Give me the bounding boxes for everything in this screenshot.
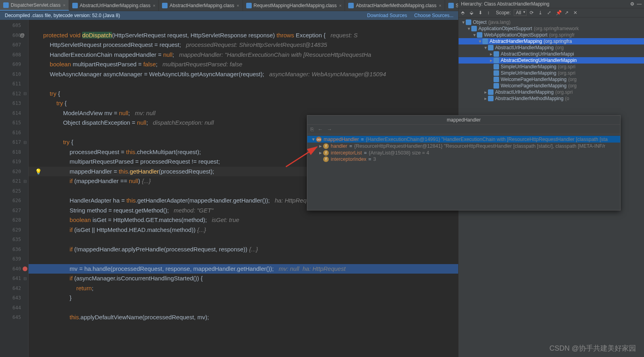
code-line[interactable]: return; (29, 284, 458, 293)
choose-sources-link[interactable]: Choose Sources... (414, 13, 453, 18)
code-line[interactable] (29, 79, 458, 89)
debug-evaluate-popup[interactable]: mappedHandler ⎘ ← → ▾oomappedHandler={Ha… (307, 115, 621, 210)
fold-icon[interactable]: ⊟ (23, 276, 27, 281)
code-line[interactable]: boolean isGet = HttpMethod.GET.matches(m… (29, 215, 458, 225)
download-sources-link[interactable]: Download Sources (367, 13, 407, 18)
line-number[interactable]: 639 (0, 254, 28, 264)
hierarchy-tree-item[interactable]: WelcomePageHandlerMapping(org (459, 76, 644, 83)
code-line[interactable]: } (29, 293, 458, 303)
hierarchy-tree-item[interactable]: ▸AbstractHandlerMethodMapping(o (459, 95, 644, 102)
debug-variable-row[interactable]: ▸finterceptorList={ArrayList@15038} size… (307, 149, 620, 156)
code-line[interactable]: try { (29, 98, 458, 108)
fold-icon[interactable]: ⊟ (23, 91, 27, 96)
minimize-icon[interactable]: — (637, 1, 642, 7)
line-number[interactable]: 628 (0, 215, 28, 225)
line-number[interactable]: 627 (0, 206, 28, 216)
hierarchy-tree-item[interactable]: ▸AbstractDetectingUrlHandlerMappi (459, 51, 644, 57)
close-icon[interactable]: × (63, 3, 65, 8)
hierarchy-tree[interactable]: ▾Object(java.lang)▾ApplicationObjectSupp… (459, 17, 644, 103)
tree-arrow-icon[interactable]: ▾ (472, 32, 477, 38)
tree-arrow-icon[interactable]: ▸ (489, 51, 494, 57)
line-number[interactable]: 615 (0, 118, 28, 128)
code-line[interactable]: this.applyDefaultViewName(processedReque… (29, 313, 458, 322)
hierarchy-tree-item[interactable]: ▾Object(java.lang) (459, 19, 644, 25)
tree-arrow-icon[interactable]: ▸ (489, 58, 494, 63)
line-number[interactable]: 610 (0, 69, 28, 79)
debug-variables-tree[interactable]: ▾oomappedHandler={HandlerExecutionChain@… (307, 134, 620, 210)
editor-tab[interactable]: AbstractHandlerMapping.class× (159, 0, 243, 11)
hierarchy-tree-item[interactable]: SimpleUrlHandlerMapping(org.spri (459, 64, 644, 70)
code-line[interactable]: HttpServletRequest processedRequest = re… (29, 40, 458, 50)
debug-variable-row[interactable]: ▾oomappedHandler={HandlerExecutionChain@… (307, 136, 620, 143)
line-number[interactable]: 613 (0, 98, 28, 108)
code-line[interactable]: protected void doDispatch(HttpServletReq… (29, 31, 458, 41)
line-number[interactable]: 635 (0, 235, 28, 245)
line-number[interactable]: 641⊟ (0, 274, 28, 284)
close-icon[interactable]: × (153, 3, 155, 8)
editor-tab[interactable]: AbstractHandlerMethodMapping.class× (345, 0, 445, 11)
line-number[interactable]: 636 (0, 245, 28, 255)
line-number[interactable]: 605 (0, 21, 28, 31)
line-number[interactable]: 618 (0, 147, 28, 157)
line-number[interactable]: 625 (0, 186, 28, 196)
tree-arrow-icon[interactable]: ▾ (310, 136, 316, 142)
tree-arrow-icon[interactable]: ▾ (467, 26, 471, 31)
line-number[interactable]: 611 (0, 79, 28, 89)
line-number[interactable]: 609 (0, 60, 28, 69)
class-hierarchy-icon[interactable]: ⬘ (461, 10, 467, 15)
close-icon[interactable]: × (339, 3, 341, 8)
code-line[interactable] (29, 235, 458, 245)
line-number[interactable]: 608 (0, 50, 28, 60)
tree-arrow-icon[interactable]: ▾ (483, 45, 488, 50)
hierarchy-tree-item[interactable]: ▾AbstractHandlerMapping(org.springfra (459, 38, 644, 44)
line-number[interactable]: 629 (0, 225, 28, 235)
tree-arrow-icon[interactable]: ▾ (461, 19, 466, 25)
code-line[interactable]: boolean multipartRequestParsed = false; … (29, 60, 458, 69)
tree-arrow-icon[interactable]: ▸ (483, 96, 488, 101)
code-line[interactable] (29, 21, 458, 31)
line-number[interactable]: 614 (0, 108, 28, 118)
back-icon[interactable]: ← (318, 126, 323, 132)
code-line[interactable]: mv = ha.handle(processedRequest, respons… (29, 264, 458, 274)
close-icon[interactable]: × (439, 3, 441, 8)
expand-icon[interactable]: ⤢ (547, 10, 553, 15)
tree-arrow-icon[interactable]: ▸ (318, 143, 323, 149)
code-line[interactable]: HandlerExecutionChain mappedHandler = nu… (29, 50, 458, 60)
line-number[interactable]: 640 (0, 264, 28, 274)
line-number[interactable]: 606@ (0, 31, 28, 41)
editor-tab[interactable]: DispatcherServlet.class× (0, 0, 69, 11)
hierarchy-tree-item[interactable]: WelcomePageHandlerMapping(org (459, 83, 644, 89)
line-number[interactable]: 645 (0, 313, 28, 322)
line-number[interactable]: 643 (0, 293, 28, 303)
tree-arrow-icon[interactable]: ▸ (483, 89, 488, 95)
lightbulb-icon[interactable]: 💡 (35, 168, 42, 175)
breakpoint-icon[interactable] (23, 266, 27, 271)
line-number[interactable]: 644 (0, 303, 28, 313)
line-number[interactable]: 642 (0, 284, 28, 293)
debug-variable-row[interactable]: finterceptorIndex=3 (307, 156, 620, 162)
line-number[interactable]: 626 (0, 196, 28, 206)
close-icon[interactable]: × (237, 3, 239, 8)
gear-icon[interactable]: ⚙ (630, 1, 634, 7)
export-icon[interactable]: ↗ (565, 10, 570, 15)
hierarchy-tree-item[interactable]: ▾WebApplicationObjectSupport(org.springf… (459, 32, 644, 38)
line-number[interactable]: 619 (0, 157, 28, 167)
hierarchy-tree-item[interactable]: ▾AbstractUrlHandlerMapping(org (459, 44, 644, 51)
editor-tab[interactable]: AbstractUrlHandlerMapping.class× (69, 0, 159, 11)
code-line[interactable]: if (isGet || HttpMethod.HEAD.matches(met… (29, 225, 458, 235)
hierarchy-tree-item[interactable]: SimpleUrlHandlerMapping(org.spri (459, 70, 644, 76)
line-number[interactable]: 616 (0, 128, 28, 138)
subtypes-icon[interactable]: ⬇ (478, 10, 484, 15)
code-line[interactable]: WebAsyncManager asyncManager = WebAsyncU… (29, 69, 458, 79)
line-number[interactable]: 620💡 (0, 167, 28, 177)
code-line[interactable] (29, 303, 458, 313)
supertypes-icon[interactable]: ⬙ (470, 10, 475, 15)
refresh-icon[interactable]: ⟳ (530, 10, 535, 15)
hierarchy-tree-item[interactable]: ▸AbstractUrlHandlerMapping(org.spri (459, 89, 644, 95)
scope-dropdown[interactable]: All▾ (514, 10, 526, 16)
tree-arrow-icon[interactable]: ▸ (318, 150, 323, 156)
forward-icon[interactable]: → (327, 126, 332, 132)
fold-icon[interactable]: ⊟ (23, 179, 27, 183)
line-number[interactable]: 621⊟ (0, 176, 28, 186)
hierarchy-tree-item[interactable]: ▾ApplicationObjectSupport(org.springfram… (459, 25, 644, 32)
